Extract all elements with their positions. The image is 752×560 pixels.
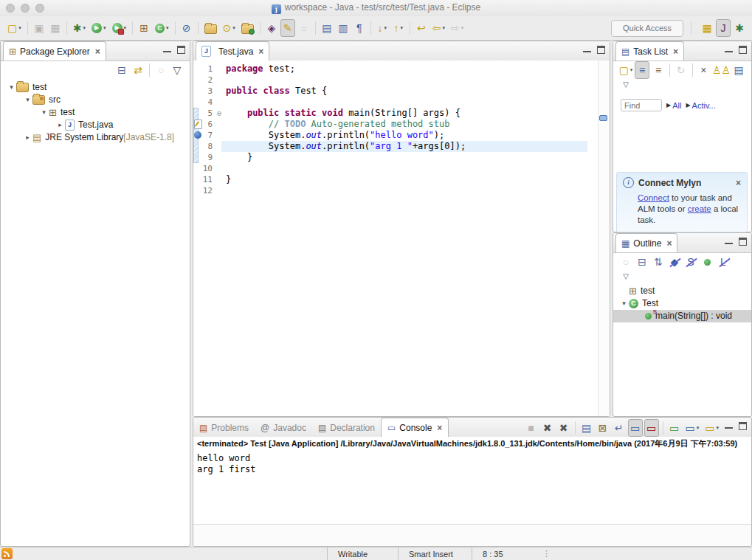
line-number[interactable]: 2 (202, 75, 221, 86)
code-line[interactable]: package test; (221, 63, 587, 75)
java-perspective-button[interactable]: J (716, 19, 731, 37)
dropdown-arrow-icon[interactable]: ▾ (124, 25, 127, 31)
maximize-button[interactable] (177, 46, 185, 54)
close-icon[interactable]: × (673, 47, 678, 56)
categorized-view-button[interactable]: ≡ (635, 61, 649, 79)
dropdown-arrow-icon[interactable]: ▾ (443, 25, 446, 31)
tab-outline[interactable]: ▦ Outline × (615, 233, 677, 252)
expand-arrow-icon[interactable]: ▸ (23, 131, 32, 144)
code-line[interactable]: System.out.println("hello word"); (221, 130, 587, 141)
maximize-button[interactable] (597, 46, 605, 54)
tab-task-list[interactable]: ▤ Task List × (615, 41, 684, 61)
scheduled-view-button[interactable]: ≡ (651, 61, 666, 79)
new-java-project-button[interactable]: ⊞ (137, 19, 151, 37)
sort-button[interactable]: ⇅ (651, 253, 666, 271)
hide-completed-button[interactable]: × (696, 61, 711, 79)
code-line[interactable] (221, 163, 587, 174)
code-line[interactable]: System.out.println("arg 1 "+args[0]); (221, 141, 587, 152)
dropdown-arrow-icon[interactable]: ▾ (461, 25, 464, 31)
minimize-button[interactable] (583, 46, 591, 52)
mark-occurrences-button[interactable]: ✎ (280, 19, 295, 37)
create-link[interactable]: create (688, 204, 711, 213)
console-output[interactable]: hello word arg 1 first (193, 452, 751, 524)
clear-console-button[interactable]: ▤ (579, 419, 594, 437)
view-menu-button[interactable]: ▽ (170, 61, 184, 79)
tab-problems[interactable]: ▤Problems (193, 418, 255, 437)
news-feed-icon[interactable] (1, 548, 13, 559)
code-line[interactable]: public static void main(String[] args) { (221, 108, 587, 119)
code-line[interactable] (221, 185, 587, 196)
tab-testjava[interactable]: J Test.java × (196, 41, 269, 61)
close-icon[interactable]: × (437, 424, 442, 432)
expand-arrow-icon[interactable]: ▾ (39, 106, 49, 119)
new-java-class-button[interactable]: C▾ (153, 19, 171, 37)
new-task-button[interactable]: ▢▾ (618, 61, 633, 79)
open-task-button[interactable] (202, 19, 219, 37)
tree-item-package-test[interactable]: ▾⊞test (1, 106, 190, 119)
view-menu-button[interactable]: ▽ (618, 80, 633, 90)
show-elements-button[interactable]: ▥ (336, 19, 351, 37)
line-number-ruler[interactable]: 12345⊖6789101112 (202, 63, 221, 196)
connect-link[interactable]: Connect (638, 193, 669, 202)
annotation-ruler[interactable] (193, 61, 202, 416)
back-button[interactable]: ⇦▾ (430, 19, 447, 37)
tree-item-src[interactable]: ▾src (1, 94, 190, 106)
close-icon[interactable]: × (258, 47, 263, 56)
hide-fields-button[interactable]: ◆ (667, 253, 682, 271)
dropdown-arrow-icon[interactable]: ▾ (630, 67, 633, 73)
dropdown-arrow-icon[interactable]: ▾ (83, 25, 86, 31)
dropdown-arrow-icon[interactable]: ▾ (18, 25, 21, 31)
tree-item-jre[interactable]: ▸▤JRE System Library [JavaSE-1.8] (1, 131, 190, 144)
expand-arrow-icon[interactable]: ▾ (7, 81, 16, 94)
new-button[interactable]: ▢▾ (5, 19, 24, 37)
editor-body[interactable]: 12345⊖6789101112 package test; public cl… (193, 61, 610, 416)
hide-local-types-button[interactable]: L (716, 253, 731, 271)
run-external-tools-button[interactable]: ▶▾ (110, 19, 129, 37)
code-line[interactable]: public class Test { (221, 86, 587, 97)
open-type-button[interactable]: ◈ (264, 19, 279, 37)
code-line[interactable]: } (221, 174, 587, 185)
debug-perspective-button[interactable]: ✱ (732, 19, 747, 37)
line-number[interactable]: 1 (202, 63, 221, 75)
filter-all[interactable]: ▶ All (666, 101, 681, 110)
close-icon[interactable]: × (736, 179, 741, 187)
line-number[interactable]: 11 (202, 174, 221, 185)
dropdown-arrow-icon[interactable]: ▾ (697, 425, 700, 431)
task-marker-icon[interactable] (194, 120, 202, 129)
line-number[interactable]: 7 (202, 130, 221, 141)
debug-button[interactable]: ✱▾ (71, 19, 88, 37)
view-menu-button[interactable]: ▽ (618, 272, 633, 282)
line-number[interactable]: 5⊖ (202, 108, 221, 119)
search-button[interactable]: ⊙▾ (221, 19, 238, 37)
line-number[interactable]: 10 (202, 163, 221, 174)
outline-item-package-test[interactable]: ⊞test (613, 285, 751, 297)
dropdown-arrow-icon[interactable]: ▾ (103, 25, 106, 31)
dropdown-arrow-icon[interactable]: ▾ (716, 425, 719, 431)
minimize-button[interactable] (725, 46, 733, 52)
code-line[interactable] (221, 75, 587, 86)
open-resource-button[interactable] (239, 19, 256, 37)
open-console-button[interactable]: ▭▾ (703, 419, 721, 437)
minimize-button[interactable] (725, 422, 733, 429)
code-line[interactable] (221, 97, 587, 108)
close-icon[interactable]: × (666, 239, 672, 248)
tab-javadoc[interactable]: @Javadoc (255, 418, 312, 437)
tab-console[interactable]: ▭Console× (381, 418, 449, 437)
task-presentation-button[interactable]: ▤ (731, 61, 746, 79)
overview-breakpoint-marker[interactable] (599, 115, 607, 121)
skip-breakpoints-button[interactable]: ⊘ (179, 19, 194, 37)
find-input[interactable] (621, 99, 662, 111)
run-button[interactable]: ▶▾ (89, 19, 108, 37)
maximize-button[interactable] (739, 238, 747, 246)
focus-my-tasks-button[interactable]: ♙♙ (712, 61, 730, 79)
remove-launch-button[interactable]: ✖ (540, 419, 555, 437)
filter-activated[interactable]: ▶ Activ... (686, 101, 715, 110)
code-line[interactable]: } (221, 152, 587, 163)
open-perspective-button[interactable]: ▦ (700, 19, 714, 37)
breakpoint-icon[interactable] (194, 131, 201, 139)
tab-package-explorer[interactable]: ⊞ Package Explorer × (3, 41, 106, 61)
scroll-lock-button[interactable]: ⊠ (596, 419, 610, 437)
tree-item-testjava[interactable]: ▸JTest.java (1, 119, 190, 131)
last-edit-location-button[interactable]: ↩ (414, 19, 429, 37)
dropdown-arrow-icon[interactable]: ▾ (401, 25, 404, 31)
